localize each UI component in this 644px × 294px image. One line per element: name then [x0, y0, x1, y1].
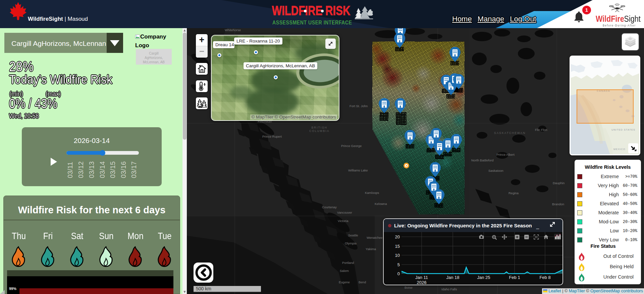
svg-text:15: 15 — [395, 244, 400, 249]
svg-text:Feb 8: Feb 8 — [539, 275, 550, 280]
svg-text:5: 5 — [397, 262, 400, 267]
svg-text:10: 10 — [395, 253, 400, 258]
svg-text:Jan 25: Jan 25 — [477, 275, 490, 280]
svg-text:20: 20 — [395, 234, 400, 239]
svg-text:2026: 2026 — [417, 280, 427, 284]
svg-text:Jan 11: Jan 11 — [415, 275, 428, 280]
svg-text:MEXICO: MEXICO — [613, 148, 626, 151]
svg-text:UNITED STATES: UNITED STATES — [611, 128, 635, 131]
svg-text:0: 0 — [397, 271, 400, 276]
svg-text:Feb 1: Feb 1 — [509, 275, 520, 280]
svg-text:Jan 18: Jan 18 — [446, 275, 459, 280]
